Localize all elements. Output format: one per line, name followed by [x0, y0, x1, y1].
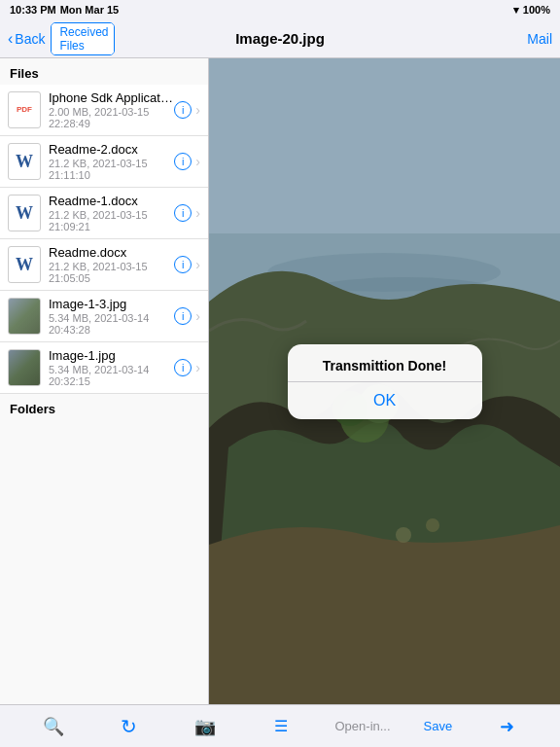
file-actions-2: i › — [174, 204, 200, 222]
file-meta-1: 21.2 KB, 2021-03-15 21:11:10 — [49, 158, 174, 181]
file-name-4: Image-1-3.jpg — [49, 297, 174, 311]
file-info-2: Readme-1.docx 21.2 KB, 2021-03-15 21:09:… — [49, 194, 174, 232]
status-right: ▾ 100% — [513, 4, 550, 17]
file-meta-0: 2.00 MB, 2021-03-15 22:28:49 — [49, 106, 174, 129]
nav-center-title: Image-20.jpg — [115, 30, 445, 47]
left-panel: Files PDF Iphone Sdk Application Devel..… — [0, 58, 209, 704]
right-panel: Transmittion Done! OK — [209, 58, 560, 704]
search-icon: 🔍 — [43, 716, 64, 737]
file-actions-0: i › — [174, 101, 200, 119]
chevron-icon-2: › — [195, 205, 200, 221]
chevron-icon-0: › — [195, 102, 200, 118]
main-content: Files PDF Iphone Sdk Application Devel..… — [0, 58, 560, 704]
chevron-icon-5: › — [195, 360, 200, 375]
file-info-3: Readme.docx 21.2 KB, 2021-03-15 21:05:05 — [49, 245, 174, 284]
word-badge-3: W — [16, 255, 33, 275]
refresh-icon: ↻ — [121, 715, 137, 738]
file-name-5: Image-1.jpg — [49, 348, 174, 363]
file-item-2[interactable]: W Readme-1.docx 21.2 KB, 2021-03-15 21:0… — [0, 188, 208, 239]
list-icon: ☰ — [274, 717, 288, 735]
word-icon-1: W — [8, 143, 41, 180]
file-info-1: Readme-2.docx 21.2 KB, 2021-03-15 21:11:… — [49, 142, 174, 181]
dialog-ok-button[interactable]: OK — [288, 382, 482, 419]
folders-section-header: Folders — [0, 394, 208, 424]
chevron-icon-3: › — [195, 257, 200, 272]
status-date: Mon Mar 15 — [60, 4, 120, 16]
file-actions-4: i › — [174, 307, 200, 325]
refresh-button[interactable]: ↻ — [108, 715, 151, 738]
img-icon-4 — [8, 298, 41, 335]
mail-button[interactable]: Mail — [445, 31, 552, 47]
file-item-1[interactable]: W Readme-2.docx 21.2 KB, 2021-03-15 21:1… — [0, 136, 208, 188]
word-icon-3: W — [8, 246, 41, 283]
battery-status: 100% — [523, 4, 550, 16]
search-button[interactable]: 🔍 — [32, 716, 75, 737]
file-meta-4: 5.34 MB, 2021-03-14 20:43:28 — [49, 312, 174, 336]
file-item-0[interactable]: PDF Iphone Sdk Application Devel.. 2.00 … — [0, 85, 208, 136]
status-time: 10:33 PM — [10, 4, 56, 16]
open-in-button[interactable]: Open-in... — [335, 719, 391, 733]
file-actions-3: i › — [174, 256, 200, 273]
dialog-overlay: Transmittion Done! OK — [209, 58, 560, 704]
files-section-header: Files — [0, 58, 208, 85]
image-title: Image-20.jpg — [235, 30, 325, 47]
nav-bar: ‹ Back Received Files Upper Image-20.jpg… — [0, 19, 560, 58]
forward-button[interactable]: ➜ — [485, 716, 528, 737]
file-info-0: Iphone Sdk Application Devel.. 2.00 MB, … — [49, 90, 174, 129]
nav-segment[interactable]: Received Files Upper — [51, 22, 115, 55]
camera-icon: 📷 — [194, 716, 216, 737]
img-icon-5 — [8, 349, 41, 386]
file-name-3: Readme.docx — [49, 245, 174, 260]
word-icon-2: W — [8, 195, 41, 231]
info-button-0[interactable]: i — [174, 101, 192, 119]
file-meta-2: 21.2 KB, 2021-03-15 21:09:21 — [49, 209, 174, 232]
info-button-5[interactable]: i — [174, 359, 192, 376]
file-name-1: Readme-2.docx — [49, 142, 174, 157]
file-name-0: Iphone Sdk Application Devel.. — [49, 90, 174, 105]
file-actions-5: i › — [174, 359, 200, 376]
chevron-icon-1: › — [195, 154, 200, 169]
photo-background: Transmittion Done! OK — [209, 58, 560, 704]
bottom-toolbar: 🔍 ↻ 📷 ☰ Open-in... Save ➜ — [0, 704, 560, 747]
info-button-3[interactable]: i — [174, 256, 192, 273]
status-bar: 10:33 PM Mon Mar 15 ▾ 100% — [0, 0, 560, 19]
file-info-4: Image-1-3.jpg 5.34 MB, 2021-03-14 20:43:… — [49, 297, 174, 336]
file-actions-1: i › — [174, 153, 200, 170]
dialog-message: Transmittion Done! — [288, 344, 482, 381]
status-left: 10:33 PM Mon Mar 15 — [10, 4, 119, 16]
wifi-icon: ▾ — [513, 4, 519, 17]
file-item-5[interactable]: Image-1.jpg 5.34 MB, 2021-03-14 20:32:15… — [0, 342, 208, 394]
alert-dialog: Transmittion Done! OK — [288, 344, 482, 419]
file-meta-5: 5.34 MB, 2021-03-14 20:32:15 — [49, 364, 174, 387]
word-badge-2: W — [16, 203, 33, 224]
info-button-1[interactable]: i — [174, 153, 192, 170]
nav-right-section: Mail — [445, 31, 552, 47]
file-meta-3: 21.2 KB, 2021-03-15 21:05:05 — [49, 261, 174, 284]
back-label[interactable]: Back — [15, 31, 45, 47]
save-button[interactable]: Save — [423, 719, 452, 733]
forward-icon: ➜ — [500, 716, 514, 737]
pdf-icon-0: PDF — [8, 91, 41, 128]
file-item-3[interactable]: W Readme.docx 21.2 KB, 2021-03-15 21:05:… — [0, 239, 208, 291]
file-name-2: Readme-1.docx — [49, 194, 174, 208]
file-item-4[interactable]: Image-1-3.jpg 5.34 MB, 2021-03-14 20:43:… — [0, 291, 208, 342]
chevron-icon-4: › — [195, 308, 200, 324]
word-badge-1: W — [16, 152, 33, 172]
received-files-tab[interactable]: Received Files — [52, 23, 115, 54]
nav-left-section: ‹ Back Received Files Upper — [8, 22, 115, 55]
file-info-5: Image-1.jpg 5.34 MB, 2021-03-14 20:32:15 — [49, 348, 174, 387]
list-button[interactable]: ☰ — [260, 717, 302, 735]
info-button-4[interactable]: i — [174, 307, 192, 325]
back-chevron-icon: ‹ — [8, 30, 13, 48]
info-button-2[interactable]: i — [174, 204, 192, 222]
back-button[interactable]: ‹ Back — [8, 30, 45, 48]
camera-button[interactable]: 📷 — [184, 716, 227, 737]
